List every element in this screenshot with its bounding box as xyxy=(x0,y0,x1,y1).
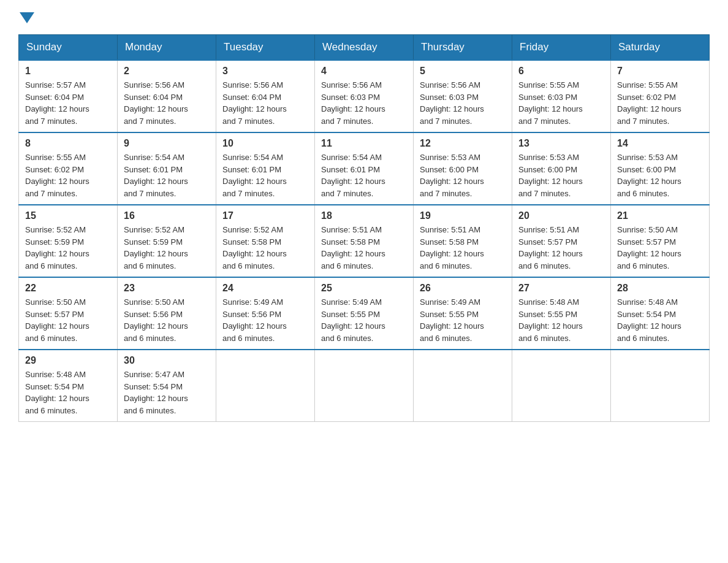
logo-icon xyxy=(18,12,34,22)
day-info: Sunrise: 5:49 AMSunset: 5:55 PMDaylight:… xyxy=(420,296,506,344)
calendar-cell xyxy=(216,350,315,422)
header-day-friday: Friday xyxy=(512,35,611,61)
calendar-cell: 7Sunrise: 5:55 AMSunset: 6:02 PMDaylight… xyxy=(611,60,710,132)
calendar-cell: 17Sunrise: 5:52 AMSunset: 5:58 PMDayligh… xyxy=(216,205,315,277)
day-info: Sunrise: 5:56 AMSunset: 6:04 PMDaylight:… xyxy=(222,79,308,127)
calendar-cell: 18Sunrise: 5:51 AMSunset: 5:58 PMDayligh… xyxy=(315,205,414,277)
day-info: Sunrise: 5:51 AMSunset: 5:57 PMDaylight:… xyxy=(518,224,604,272)
day-info: Sunrise: 5:52 AMSunset: 5:59 PMDaylight:… xyxy=(25,224,111,272)
header-day-saturday: Saturday xyxy=(611,35,710,61)
day-info: Sunrise: 5:47 AMSunset: 5:54 PMDaylight:… xyxy=(124,369,210,416)
week-row-2: 8Sunrise: 5:55 AMSunset: 6:02 PMDaylight… xyxy=(19,132,710,205)
day-number: 2 xyxy=(124,66,210,77)
calendar-cell: 8Sunrise: 5:55 AMSunset: 6:02 PMDaylight… xyxy=(19,132,118,205)
calendar-cell: 28Sunrise: 5:48 AMSunset: 5:54 PMDayligh… xyxy=(611,277,710,350)
day-info: Sunrise: 5:52 AMSunset: 5:58 PMDaylight:… xyxy=(222,224,308,272)
day-info: Sunrise: 5:48 AMSunset: 5:54 PMDaylight:… xyxy=(25,369,111,416)
logo xyxy=(18,12,34,22)
day-info: Sunrise: 5:55 AMSunset: 6:02 PMDaylight:… xyxy=(617,79,703,127)
day-info: Sunrise: 5:50 AMSunset: 5:56 PMDaylight:… xyxy=(124,296,210,344)
day-info: Sunrise: 5:54 AMSunset: 6:01 PMDaylight:… xyxy=(222,151,308,199)
day-number: 3 xyxy=(222,66,308,77)
day-number: 23 xyxy=(124,283,210,294)
day-info: Sunrise: 5:55 AMSunset: 6:02 PMDaylight:… xyxy=(25,151,111,199)
day-info: Sunrise: 5:49 AMSunset: 5:55 PMDaylight:… xyxy=(321,296,407,344)
day-number: 27 xyxy=(518,283,604,294)
day-number: 21 xyxy=(617,210,703,221)
day-number: 15 xyxy=(25,210,111,221)
calendar-cell xyxy=(414,350,512,422)
calendar-cell: 5Sunrise: 5:56 AMSunset: 6:03 PMDaylight… xyxy=(414,60,512,132)
calendar-cell: 24Sunrise: 5:49 AMSunset: 5:56 PMDayligh… xyxy=(216,277,315,350)
day-info: Sunrise: 5:51 AMSunset: 5:58 PMDaylight:… xyxy=(420,224,506,272)
calendar-cell: 12Sunrise: 5:53 AMSunset: 6:00 PMDayligh… xyxy=(414,132,512,205)
calendar-cell: 19Sunrise: 5:51 AMSunset: 5:58 PMDayligh… xyxy=(414,205,512,277)
week-row-4: 22Sunrise: 5:50 AMSunset: 5:57 PMDayligh… xyxy=(19,277,710,350)
day-info: Sunrise: 5:53 AMSunset: 6:00 PMDaylight:… xyxy=(518,151,604,199)
day-number: 22 xyxy=(25,283,111,294)
calendar-cell: 15Sunrise: 5:52 AMSunset: 5:59 PMDayligh… xyxy=(19,205,118,277)
day-number: 20 xyxy=(518,210,604,221)
day-number: 17 xyxy=(222,210,308,221)
header-day-thursday: Thursday xyxy=(414,35,512,61)
day-info: Sunrise: 5:56 AMSunset: 6:03 PMDaylight:… xyxy=(420,79,506,127)
day-number: 1 xyxy=(25,66,111,77)
week-row-3: 15Sunrise: 5:52 AMSunset: 5:59 PMDayligh… xyxy=(19,205,710,277)
calendar-cell: 30Sunrise: 5:47 AMSunset: 5:54 PMDayligh… xyxy=(118,350,216,422)
day-number: 18 xyxy=(321,210,407,221)
day-info: Sunrise: 5:48 AMSunset: 5:54 PMDaylight:… xyxy=(617,296,703,344)
week-row-5: 29Sunrise: 5:48 AMSunset: 5:54 PMDayligh… xyxy=(19,350,710,422)
header-day-wednesday: Wednesday xyxy=(315,35,414,61)
day-number: 26 xyxy=(420,283,506,294)
day-info: Sunrise: 5:57 AMSunset: 6:04 PMDaylight:… xyxy=(25,79,111,127)
day-info: Sunrise: 5:48 AMSunset: 5:55 PMDaylight:… xyxy=(518,296,604,344)
day-number: 30 xyxy=(124,355,210,366)
calendar-cell xyxy=(512,350,611,422)
day-info: Sunrise: 5:54 AMSunset: 6:01 PMDaylight:… xyxy=(124,151,210,199)
day-number: 16 xyxy=(124,210,210,221)
calendar-cell: 10Sunrise: 5:54 AMSunset: 6:01 PMDayligh… xyxy=(216,132,315,205)
calendar-cell: 25Sunrise: 5:49 AMSunset: 5:55 PMDayligh… xyxy=(315,277,414,350)
calendar-cell: 9Sunrise: 5:54 AMSunset: 6:01 PMDaylight… xyxy=(118,132,216,205)
day-number: 8 xyxy=(25,138,111,149)
week-row-1: 1Sunrise: 5:57 AMSunset: 6:04 PMDaylight… xyxy=(19,60,710,132)
calendar-cell: 16Sunrise: 5:52 AMSunset: 5:59 PMDayligh… xyxy=(118,205,216,277)
calendar-cell: 11Sunrise: 5:54 AMSunset: 6:01 PMDayligh… xyxy=(315,132,414,205)
calendar-cell: 2Sunrise: 5:56 AMSunset: 6:04 PMDaylight… xyxy=(118,60,216,132)
day-number: 12 xyxy=(420,138,506,149)
calendar-cell xyxy=(315,350,414,422)
day-info: Sunrise: 5:54 AMSunset: 6:01 PMDaylight:… xyxy=(321,151,407,199)
day-number: 5 xyxy=(420,66,506,77)
day-number: 10 xyxy=(222,138,308,149)
day-info: Sunrise: 5:53 AMSunset: 6:00 PMDaylight:… xyxy=(617,151,703,199)
day-number: 7 xyxy=(617,66,703,77)
day-number: 25 xyxy=(321,283,407,294)
day-info: Sunrise: 5:50 AMSunset: 5:57 PMDaylight:… xyxy=(25,296,111,344)
calendar-cell: 13Sunrise: 5:53 AMSunset: 6:00 PMDayligh… xyxy=(512,132,611,205)
day-number: 6 xyxy=(518,66,604,77)
calendar-cell: 26Sunrise: 5:49 AMSunset: 5:55 PMDayligh… xyxy=(414,277,512,350)
calendar-cell xyxy=(611,350,710,422)
calendar-cell: 23Sunrise: 5:50 AMSunset: 5:56 PMDayligh… xyxy=(118,277,216,350)
calendar-table: SundayMondayTuesdayWednesdayThursdayFrid… xyxy=(18,34,710,422)
day-number: 14 xyxy=(617,138,703,149)
calendar-cell: 20Sunrise: 5:51 AMSunset: 5:57 PMDayligh… xyxy=(512,205,611,277)
day-number: 19 xyxy=(420,210,506,221)
calendar-cell: 27Sunrise: 5:48 AMSunset: 5:55 PMDayligh… xyxy=(512,277,611,350)
header-day-sunday: Sunday xyxy=(19,35,118,61)
day-info: Sunrise: 5:56 AMSunset: 6:03 PMDaylight:… xyxy=(321,79,407,127)
page-header xyxy=(18,12,710,22)
calendar-cell: 3Sunrise: 5:56 AMSunset: 6:04 PMDaylight… xyxy=(216,60,315,132)
header-day-monday: Monday xyxy=(118,35,216,61)
header-day-tuesday: Tuesday xyxy=(216,35,315,61)
calendar-cell: 4Sunrise: 5:56 AMSunset: 6:03 PMDaylight… xyxy=(315,60,414,132)
day-number: 9 xyxy=(124,138,210,149)
day-number: 11 xyxy=(321,138,407,149)
day-info: Sunrise: 5:49 AMSunset: 5:56 PMDaylight:… xyxy=(222,296,308,344)
day-number: 29 xyxy=(25,355,111,366)
day-info: Sunrise: 5:53 AMSunset: 6:00 PMDaylight:… xyxy=(420,151,506,199)
calendar-cell: 14Sunrise: 5:53 AMSunset: 6:00 PMDayligh… xyxy=(611,132,710,205)
calendar-cell: 6Sunrise: 5:55 AMSunset: 6:03 PMDaylight… xyxy=(512,60,611,132)
header-row: SundayMondayTuesdayWednesdayThursdayFrid… xyxy=(19,35,710,61)
day-number: 28 xyxy=(617,283,703,294)
